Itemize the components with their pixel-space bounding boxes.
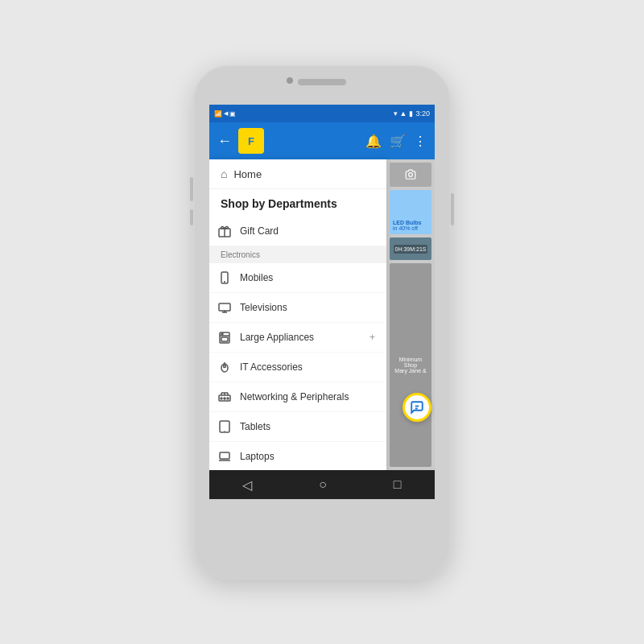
android-recents-button[interactable]: □ [386, 474, 410, 495]
gift-card-label: Gift Card [240, 225, 375, 237]
it-accessories-label: IT Accessories [240, 361, 375, 373]
chat-fab-button[interactable] [402, 393, 431, 422]
promo-discount: in 40% off [393, 225, 418, 231]
volume-down-button [190, 209, 193, 225]
svg-point-21 [227, 398, 229, 399]
drawer-item-televisions[interactable]: Televisions [209, 293, 386, 323]
home-icon: ⌂ [221, 167, 227, 180]
svg-point-28 [409, 173, 413, 177]
home-label: Home [233, 168, 262, 180]
it-accessories-icon [217, 360, 232, 374]
laptops-label: Laptops [240, 451, 375, 462]
back-button[interactable]: ← [217, 133, 232, 150]
televisions-label: Televisions [240, 302, 375, 313]
svg-point-9 [221, 333, 223, 335]
app-logo: F [238, 128, 264, 154]
laptops-icon [217, 449, 232, 464]
promo-text: LED Bulbs [393, 220, 421, 225]
battery-icon: ▮ [409, 109, 413, 118]
departments-title: Shop by Departments [209, 189, 386, 217]
android-back-button[interactable]: ◁ [234, 474, 260, 496]
navigation-drawer: ⌂ Home Shop by Departments [209, 159, 386, 470]
drawer-item-laptops[interactable]: Laptops [209, 442, 386, 470]
volume-up-button [190, 177, 193, 201]
large-appliances-icon [217, 330, 232, 345]
mobile-signal-icon: ▲ [400, 109, 407, 118]
wifi-icon: ▣ [229, 110, 236, 118]
drawer-home-item[interactable]: ⌂ Home [209, 159, 386, 189]
cart-icon[interactable]: 🛒 [390, 134, 406, 149]
bg-product-card: MinimumShopMary Jane & [390, 263, 431, 467]
countdown-timer: 0H:39M:21S [394, 245, 428, 254]
drawer-item-networking[interactable]: Networking & Peripherals [209, 382, 386, 412]
product-info: MinimumShopMary Jane & [394, 357, 426, 374]
signal-icon: 📶 [214, 110, 222, 118]
tv-icon [217, 300, 232, 315]
networking-label: Networking & Peripherals [240, 391, 375, 402]
phone-camera [287, 77, 293, 84]
app-bar-actions: 🔔 🛒 ⋮ [365, 134, 427, 149]
drawer-item-tablets[interactable]: Tablets [209, 412, 386, 442]
tablets-label: Tablets [240, 421, 375, 432]
phone-speaker [298, 79, 346, 85]
drawer-item-mobiles[interactable]: Mobiles [209, 263, 386, 293]
more-options-icon[interactable]: ⋮ [414, 134, 427, 149]
bg-card-camera [390, 163, 431, 187]
svg-point-19 [221, 398, 222, 399]
bg-timer-card: 0H:39M:21S [390, 237, 431, 260]
large-appliances-label: Large Appliances [240, 332, 361, 343]
app-background-content: LED Bulbs in 40% off 0H:39M:21S MinimumS… [386, 159, 435, 470]
mobiles-label: Mobiles [240, 272, 375, 283]
gift-card-icon [217, 224, 232, 238]
svg-point-20 [224, 398, 225, 399]
status-right-area: ▾ ▲ ▮ 3:20 [394, 109, 430, 118]
status-bar: 📶 ◀ ▣ ▾ ▲ ▮ 3:20 [209, 105, 435, 122]
screen-content: ⌂ Home Shop by Departments [209, 159, 435, 470]
svg-rect-10 [221, 337, 228, 341]
bg-promo-card: LED Bulbs in 40% off [390, 190, 431, 234]
indicator-icon: ◀ [224, 110, 228, 117]
tablets-icon [217, 419, 232, 434]
electronics-category-header: Electronics [209, 246, 386, 263]
notification-bell-icon[interactable]: 🔔 [365, 134, 382, 149]
large-appliances-expand-icon: + [369, 332, 375, 343]
power-button [451, 193, 454, 225]
svg-rect-22 [220, 421, 229, 432]
android-home-button[interactable]: ○ [311, 474, 335, 495]
svg-rect-4 [219, 303, 230, 311]
android-nav-bar: ◁ ○ □ [209, 470, 435, 499]
networking-icon [217, 390, 232, 404]
drawer-item-it-accessories[interactable]: IT Accessories [209, 353, 386, 382]
phone-screen: 📶 ◀ ▣ ▾ ▲ ▮ 3:20 ← F 🔔 🛒 ⋮ [209, 105, 435, 499]
phone-frame: 📶 ◀ ▣ ▾ ▲ ▮ 3:20 ← F 🔔 🛒 ⋮ [193, 64, 451, 580]
time-display: 3:20 [415, 109, 430, 118]
drawer-item-gift-card[interactable]: Gift Card [209, 217, 386, 246]
wifi-signal-icon: ▾ [394, 109, 398, 118]
svg-point-13 [224, 365, 226, 368]
svg-rect-24 [220, 452, 229, 459]
mobiles-icon [217, 270, 232, 285]
drawer-item-large-appliances[interactable]: Large Appliances + [209, 323, 386, 353]
app-bar: ← F 🔔 🛒 ⋮ [209, 122, 435, 159]
status-left-icons: 📶 ◀ ▣ [214, 110, 236, 118]
